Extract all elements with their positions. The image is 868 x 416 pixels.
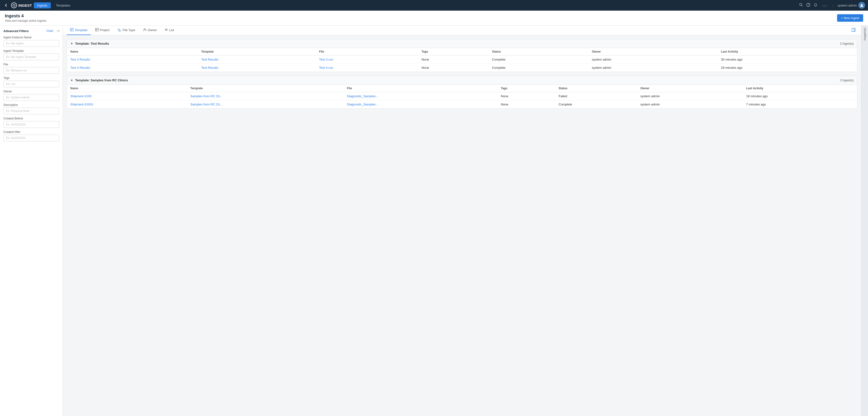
group-count-test-results: 2 Ingest(s) [840,42,854,45]
link-1-0[interactable]: Shipment #1001 [70,103,93,106]
cell-0-6: 18 minutes ago [743,92,857,100]
tab-template[interactable]: Template [67,26,91,35]
filter-label-4: Owner [3,90,59,93]
tab-owner-label: Owner [148,28,157,32]
nav-logo: INGEST [11,2,32,8]
cell-0-3: None [418,56,489,64]
new-ingest-button[interactable]: + New Ingest [837,14,863,22]
project-tab-icon [95,28,99,32]
cell-1-1: Samples from RC Cli... [187,100,343,109]
link-0-0[interactable]: Test 3 Results [70,58,90,61]
cell-1-2: Diagnostic_Samples... [344,100,498,109]
tab-list-label: List [169,28,174,32]
table-row: Shipment #100Samples from RC Cli...Diagn… [67,92,857,100]
filetype-tab-icon: 📎 [117,28,121,32]
tab-filetype-label: File Type [123,28,135,32]
top-nav: INGEST Ingests Templates ? esp | system … [0,0,868,11]
nav-back-button[interactable] [3,2,9,8]
filter-input-0[interactable] [3,40,59,47]
col-header-status: Status [489,48,588,56]
filter-label-7: Created After [3,130,59,134]
link-0-2[interactable]: Diagnostic_Samples... [347,94,378,98]
col-header-tags: Tags [497,85,555,92]
group-section-rc-clinics: ▼Template: Samples from RC Clinics2 Inge… [67,76,857,109]
link-1-2[interactable]: Test 4.csv [319,66,333,69]
sidebar-collapse-button[interactable]: ⊣ [56,29,59,33]
link-1-1[interactable]: Test Results [201,66,218,69]
group-chevron-rc-clinics[interactable]: ▼ [70,79,73,82]
link-0-1[interactable]: Samples from RC Cli... [190,94,222,98]
filter-input-6[interactable] [3,121,59,128]
owner-tab-icon [143,28,147,32]
sidebar-header: Advanced Filters Clear ⊣ [3,29,59,33]
col-header-template: Template [198,48,316,56]
sidebar-filters: Ingest Instance NameIngest TemplateFileT… [3,36,59,141]
cell-0-2: Test 3.csv [316,56,418,64]
group-header-test-results: ▼Template: Test Results2 Ingest(s) [67,39,857,48]
nav-user: system admin [838,2,865,9]
table-test-results: NameTemplateFileTagsStatusOwnerLast Acti… [67,48,857,72]
link-1-1[interactable]: Samples from RC Cli... [190,103,222,106]
tab-project-label: Project [100,28,110,32]
group-chevron-test-results[interactable]: ▼ [70,42,73,45]
cell-0-4: Failed [555,92,637,100]
link-0-2[interactable]: Test 3.csv [319,58,333,61]
group-title-test-results: Template: Test Results [75,42,109,45]
filter-input-5[interactable] [3,108,59,114]
cell-1-0: Shipment #1001 [67,100,187,109]
nav-right: ? esp | system admin [799,2,865,9]
nav-ingests-button[interactable]: Ingests [34,2,51,8]
cell-0-5: system admin [588,56,717,64]
cell-1-2: Test 4.csv [316,64,418,72]
filter-input-4[interactable] [3,94,59,101]
tab-owner[interactable]: Owner [140,26,160,35]
cell-0-0: Test 3 Results [67,56,198,64]
col-header-template: Template [187,85,343,92]
nav-templates-button[interactable]: Templates [53,2,74,8]
page-header: Ingests 4 View and manage active ingests… [0,11,868,26]
filter-label-2: File [3,63,59,66]
filter-input-3[interactable] [3,80,59,88]
search-icon[interactable] [799,3,803,8]
sidebar-clear-button[interactable]: Clear [46,29,53,33]
nav-logo-icon [11,2,17,8]
tab-project[interactable]: Project [92,26,113,35]
group-section-test-results: ▼Template: Test Results2 Ingest(s)NameTe… [67,39,857,72]
cell-0-1: Test Results [198,56,316,64]
filter-label-3: Tags [3,76,59,80]
nav-logo-text: INGEST [19,3,32,7]
cell-1-6: 29 minutes ago [718,64,857,72]
col-header-file: File [344,85,498,92]
filter-input-2[interactable] [3,67,59,74]
cell-0-5: system admin [637,92,743,100]
cell-0-3: None [497,92,555,100]
nav-divider: esp [822,4,827,7]
col-header-tags: Tags [418,48,489,56]
cell-1-5: system admin [637,100,743,109]
inspector-panel: Inspector [861,26,868,416]
table-rc-clinics: NameTemplateFileTagsStatusOwnerLast Acti… [67,85,857,108]
link-1-2[interactable]: Diagnostic_Samples... [347,103,378,106]
filter-label-1: Ingest Template [3,49,59,53]
table-row: Test 3 ResultsTest ResultsTest 3.csvNone… [67,56,857,64]
filter-label-0: Ingest Instance Name [3,36,59,39]
link-0-0[interactable]: Shipment #100 [70,94,91,98]
filter-input-7[interactable] [3,135,59,141]
cell-0-0: Shipment #100 [67,92,187,100]
filter-input-1[interactable] [3,54,59,60]
avatar [858,2,865,9]
cell-1-3: None [497,100,555,109]
page-title-group: Ingests 4 View and manage active ingests [5,13,46,23]
tab-filetype[interactable]: 📎 File Type [114,26,139,35]
tab-list[interactable]: List [161,26,177,35]
link-1-0[interactable]: Test 4 Results [70,66,90,69]
inspector-toggle-button[interactable] [849,27,857,34]
link-0-1[interactable]: Test Results [201,58,218,61]
groups-container: ▼Template: Test Results2 Ingest(s)NameTe… [67,39,857,109]
main-layout: Advanced Filters Clear ⊣ Ingest Instance… [0,26,868,416]
help-icon[interactable]: ? [806,3,810,8]
col-header-last-activity: Last Activity [743,85,857,92]
bell-icon[interactable] [814,3,817,8]
col-header-last-activity: Last Activity [718,48,857,56]
filter-label-6: Created Before [3,117,59,120]
